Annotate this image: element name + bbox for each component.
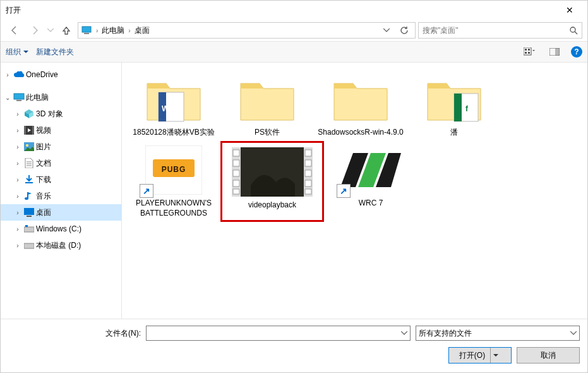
folder-icon: f (424, 74, 484, 125)
nav-bar: › 此电脑 › 桌面 (1, 20, 587, 41)
expand-icon[interactable]: › (13, 111, 22, 118)
chevron-down-icon (401, 331, 407, 335)
expand-icon[interactable]: › (13, 160, 22, 167)
expand-icon[interactable]: › (13, 127, 22, 134)
sidebar-item-videos[interactable]: › 视频 (1, 122, 121, 138)
file-list[interactable]: W 18520128潘晓林VB实验 PS软件 ShadowsocksR-win-… (122, 63, 587, 319)
file-item-selected[interactable]: videoplayback (220, 141, 324, 222)
sidebar-item-thispc[interactable]: ⌄ 此电脑 (1, 89, 121, 106)
svg-rect-42 (233, 170, 239, 176)
organize-label: 组织 (6, 47, 21, 58)
expand-icon[interactable]: › (13, 193, 22, 200)
expand-icon[interactable]: › (13, 144, 22, 150)
expand-icon[interactable]: › (3, 71, 12, 78)
expand-icon[interactable]: › (13, 209, 22, 216)
recent-dropdown-icon[interactable] (46, 21, 55, 39)
title-bar: 打开 ✕ (1, 1, 587, 20)
open-button[interactable]: 打开(O) (448, 347, 512, 364)
refresh-icon[interactable] (400, 26, 412, 35)
file-item[interactable]: PS软件 (220, 70, 314, 141)
svg-rect-12 (16, 100, 21, 101)
expand-icon[interactable]: › (13, 176, 22, 183)
forward-button[interactable] (26, 21, 44, 39)
window-title: 打开 (6, 5, 557, 16)
search-icon[interactable] (569, 26, 578, 35)
file-label: PLAYERUNKNOWN'S BATTLEGROUNDS (129, 198, 218, 218)
svg-rect-6 (528, 49, 530, 51)
svg-rect-44 (233, 189, 239, 194)
preview-pane-button[interactable] (546, 45, 563, 59)
svg-rect-49 (305, 189, 311, 194)
file-item[interactable]: ShadowsocksR-win-4.9.0 (314, 70, 407, 141)
back-button[interactable] (6, 21, 23, 39)
search-box[interactable] (418, 22, 582, 39)
file-item[interactable]: W 18520128潘晓林VB实验 (127, 70, 220, 141)
sidebar-item-music[interactable]: › 音乐 (1, 188, 121, 204)
video-icon (23, 125, 35, 136)
svg-point-17 (26, 144, 28, 147)
svg-rect-8 (528, 52, 530, 54)
cube-icon (23, 108, 35, 119)
file-item[interactable]: f 潘 (407, 70, 501, 141)
sidebar-item-documents[interactable]: › 文档 (1, 155, 121, 171)
breadcrumb-root[interactable]: 此电脑 (102, 25, 124, 36)
sidebar-item-pictures[interactable]: › 图片 (1, 138, 121, 155)
sidebar-item-label: 下载 (36, 174, 51, 185)
sidebar-item-downloads[interactable]: › 下载 (1, 171, 121, 188)
breadcrumb-current[interactable]: 桌面 (135, 25, 150, 36)
sidebar-item-label: OneDrive (26, 70, 58, 79)
bottom-bar: 文件名(N): 所有支持的文件 打开(O) 取消 (1, 319, 587, 372)
file-label: 潘 (450, 127, 458, 137)
pc-icon (81, 25, 92, 36)
sidebar: › OneDrive ⌄ 此电脑 › 3D 对象 › 视频 (1, 63, 122, 319)
svg-rect-7 (525, 52, 527, 54)
expand-icon[interactable]: › (13, 226, 22, 233)
sidebar-item-drive-c[interactable]: › Windows (C:) (1, 221, 121, 237)
chevron-down-icon (491, 354, 501, 357)
collapse-icon[interactable]: ⌄ (3, 94, 12, 101)
expand-icon[interactable]: › (13, 242, 22, 249)
document-icon (23, 157, 35, 169)
new-folder-button[interactable]: 新建文件夹 (36, 47, 74, 58)
file-label: PS软件 (255, 127, 280, 137)
sidebar-item-onedrive[interactable]: › OneDrive (1, 66, 121, 83)
filename-input[interactable] (146, 326, 411, 341)
svg-rect-25 (24, 227, 34, 232)
cloud-icon (13, 69, 25, 80)
svg-rect-23 (24, 208, 34, 215)
chevron-down-icon (23, 51, 28, 54)
picture-icon (23, 141, 35, 152)
sidebar-item-3dobjects[interactable]: › 3D 对象 (1, 106, 121, 122)
file-label: ShadowsocksR-win-4.9.0 (318, 127, 403, 137)
sidebar-item-desktop[interactable]: › 桌面 (1, 204, 121, 221)
file-item[interactable]: PUBG ↗ PLAYERUNKNOWN'S BATTLEGROUNDS (127, 141, 220, 222)
organize-button[interactable]: 组织 (6, 47, 28, 58)
sidebar-item-label: 文档 (36, 158, 51, 169)
svg-rect-46 (305, 160, 311, 166)
cancel-button[interactable]: 取消 (517, 347, 580, 364)
help-icon[interactable]: ? (571, 46, 582, 58)
file-label: WRC 7 (359, 198, 383, 208)
sidebar-item-drive-d[interactable]: › 本地磁盘 (D:) (1, 237, 121, 254)
file-type-filter[interactable]: 所有支持的文件 (416, 326, 580, 341)
file-item[interactable]: ↗ WRC 7 (324, 141, 417, 222)
download-icon (23, 174, 35, 185)
cancel-label: 取消 (541, 350, 556, 361)
address-bar[interactable]: › 此电脑 › 桌面 (78, 22, 416, 39)
chevron-down-icon (570, 331, 577, 335)
view-options-button[interactable] (520, 45, 538, 59)
sidebar-item-label: 本地磁盘 (D:) (36, 240, 81, 251)
svg-point-2 (570, 27, 575, 32)
close-icon[interactable]: ✕ (557, 5, 582, 15)
svg-rect-4 (524, 47, 531, 55)
drive-icon (23, 240, 35, 251)
address-dropdown-icon[interactable] (383, 28, 396, 32)
app-icon: PUBG ↗ (143, 145, 204, 195)
drive-icon (23, 223, 35, 235)
shortcut-icon: ↗ (337, 184, 351, 198)
search-input[interactable] (423, 26, 565, 35)
sidebar-item-label: 音乐 (36, 191, 51, 202)
up-button[interactable] (57, 21, 75, 39)
svg-rect-21 (25, 182, 33, 183)
chevron-right-icon: › (128, 27, 130, 34)
